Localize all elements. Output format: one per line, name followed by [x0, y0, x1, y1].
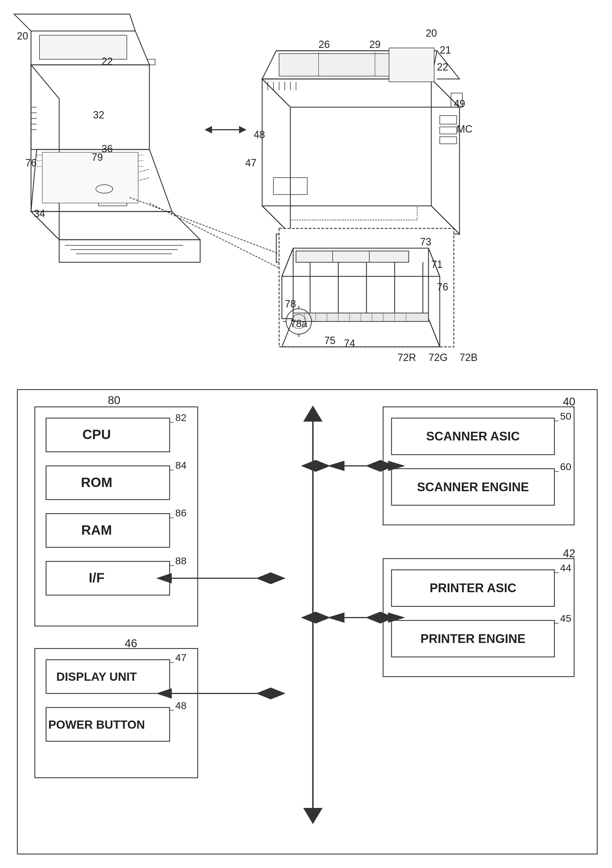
svg-marker-103 [302, 460, 330, 471]
ref-45: 45 [560, 613, 572, 624]
ref-76-left: 76 [25, 157, 37, 169]
svg-marker-108 [257, 688, 285, 699]
ram-label: RAM [81, 522, 112, 538]
ref-20-right: 20 [426, 27, 437, 39]
ref-74: 74 [344, 338, 355, 349]
ref-78: 78 [285, 298, 296, 310]
ref-71: 71 [431, 259, 443, 270]
scanner-asic-label: SCANNER ASIC [426, 429, 520, 443]
page: 20 22 34 76 79 36 32 [0, 0, 612, 868]
ref-80: 80 [108, 394, 120, 406]
svg-rect-31 [440, 137, 457, 144]
svg-marker-107 [257, 573, 285, 584]
svg-marker-105 [302, 612, 330, 623]
svg-rect-13 [42, 152, 138, 203]
display-unit-label: DISPLAY UNIT [56, 670, 137, 683]
ref-26: 26 [319, 39, 330, 50]
svg-rect-71 [46, 561, 169, 595]
svg-marker-98 [330, 613, 344, 622]
ref-40: 40 [563, 395, 575, 408]
svg-rect-0 [39, 35, 127, 59]
svg-rect-37 [296, 251, 409, 262]
ref-72B: 72B [460, 352, 477, 363]
ref-29: 29 [369, 39, 381, 50]
ref-22-right: 22 [437, 61, 448, 73]
ref-88: 88 [175, 555, 187, 567]
ref-86: 86 [175, 507, 187, 519]
ref-75: 75 [324, 335, 335, 346]
ref-78a: 78a [290, 318, 308, 329]
svg-rect-29 [440, 116, 457, 124]
svg-marker-90 [304, 809, 321, 823]
svg-rect-21 [389, 48, 434, 82]
printer-engine-label: PRINTER ENGINE [421, 632, 526, 645]
ref-73: 73 [420, 236, 431, 248]
svg-marker-16 [206, 127, 211, 133]
ref-MC: MC [457, 123, 473, 135]
ref-76-right: 76 [437, 281, 448, 293]
ref-36: 36 [101, 143, 113, 155]
svg-line-63 [149, 203, 279, 268]
ref-44: 44 [560, 562, 572, 574]
ref-22-left: 22 [101, 56, 113, 67]
cpu-label: CPU [82, 427, 111, 442]
ref-20-left: 20 [17, 30, 28, 42]
block-diagram: 80 CPU 82 ROM 84 RAM 86 I/F 88 [17, 389, 598, 854]
rom-label: ROM [81, 475, 113, 490]
ref-47-top: 47 [245, 157, 257, 169]
scanner-engine-label: SCANNER ENGINE [417, 480, 529, 494]
ref-21: 21 [440, 44, 451, 56]
if-label: I/F [89, 570, 105, 586]
ref-60: 60 [560, 461, 572, 472]
ref-49: 49 [454, 98, 465, 109]
ref-72R: 72R [397, 352, 416, 363]
svg-marker-89 [304, 407, 321, 421]
ref-50: 50 [560, 411, 572, 422]
svg-marker-95 [330, 462, 344, 470]
svg-marker-17 [240, 127, 245, 133]
ref-34: 34 [34, 208, 45, 219]
ref-72G: 72G [429, 352, 448, 363]
svg-rect-30 [440, 127, 457, 134]
ref-84: 84 [175, 460, 187, 471]
ref-47: 47 [175, 652, 187, 663]
ref-46: 46 [125, 637, 137, 649]
ref-82: 82 [175, 412, 187, 423]
ref-48-top: 48 [254, 129, 265, 140]
printer-asic-label: PRINTER ASIC [430, 581, 516, 595]
ref-32: 32 [93, 109, 104, 121]
patent-illustration: 20 22 34 76 79 36 32 [8, 8, 600, 386]
ref-48: 48 [175, 700, 187, 711]
power-button-label: POWER BUTTON [48, 718, 145, 731]
ref-42: 42 [563, 547, 575, 560]
